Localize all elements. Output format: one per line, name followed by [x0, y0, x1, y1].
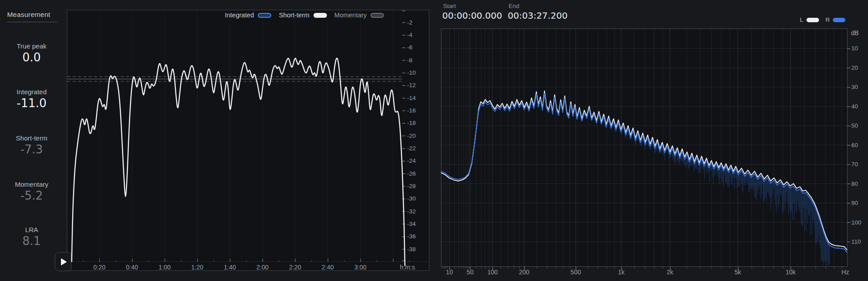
svg-text:100: 100	[852, 219, 862, 226]
svg-text:0:40: 0:40	[126, 264, 138, 271]
svg-text:-28: -28	[407, 183, 416, 189]
stat-value: 8.1	[0, 234, 63, 248]
svg-text:60: 60	[852, 142, 858, 149]
svg-text:-14: -14	[407, 95, 416, 101]
stat-value: -11.0	[0, 96, 63, 110]
svg-text:80: 80	[852, 181, 858, 187]
svg-text:3:00: 3:00	[355, 264, 367, 271]
stat-value: -7.3	[0, 143, 63, 156]
svg-text:-2: -2	[407, 19, 412, 26]
legend-label: Short-term	[279, 12, 310, 19]
svg-text:500: 500	[571, 269, 581, 276]
play-button[interactable]	[55, 252, 71, 271]
play-icon	[61, 258, 67, 265]
svg-text:-20: -20	[407, 132, 416, 139]
svg-text:1:40: 1:40	[224, 264, 236, 271]
legend-pill-icon	[371, 13, 384, 18]
stat-label: True peak	[0, 42, 63, 50]
stat-value: -5.2	[0, 189, 63, 202]
svg-text:90: 90	[852, 200, 858, 206]
loudness-chart[interactable]: -2-4-6-8-10-12-14-16-18-20-22-24-26-28-3…	[66, 9, 430, 272]
svg-text:2:00: 2:00	[257, 264, 269, 271]
legend-momentary[interactable]: Momentary	[334, 12, 384, 19]
svg-text:30: 30	[852, 84, 858, 90]
svg-text:-36: -36	[407, 233, 416, 240]
svg-text:70: 70	[852, 161, 858, 168]
svg-text:100: 100	[487, 269, 498, 276]
stat-label: Momentary	[0, 181, 63, 188]
svg-text:1:20: 1:20	[191, 264, 203, 271]
svg-text:-16: -16	[407, 107, 416, 114]
svg-text:-30: -30	[407, 195, 416, 202]
svg-text:-12: -12	[407, 82, 416, 88]
svg-text:Hz: Hz	[841, 269, 849, 276]
svg-text:10: 10	[852, 45, 858, 52]
stat-label: Integrated	[0, 88, 63, 96]
tab-measurement[interactable]: Measurement	[7, 11, 50, 19]
svg-text:2:20: 2:20	[289, 264, 301, 271]
svg-text:0:20: 0:20	[94, 264, 106, 271]
svg-text:1:00: 1:00	[159, 264, 171, 271]
svg-text:2:40: 2:40	[322, 264, 334, 271]
svg-text:-38: -38	[407, 246, 416, 253]
legend-pill-icon	[258, 13, 271, 18]
svg-text:h:m:s: h:m:s	[400, 264, 415, 271]
svg-text:dB: dB	[851, 29, 859, 36]
svg-text:-24: -24	[407, 157, 416, 164]
stat-lra: LRA8.1	[0, 226, 63, 248]
stat-label: Short-term	[0, 134, 63, 142]
svg-text:-32: -32	[407, 208, 416, 215]
loudness-legend: IntegratedShort-termMomentary	[225, 12, 384, 19]
svg-text:20: 20	[852, 64, 858, 71]
tab-active-underline	[7, 22, 57, 22]
legend-integrated[interactable]: Integrated	[225, 12, 271, 19]
legend-pill-icon	[314, 13, 327, 18]
svg-text:-8: -8	[407, 57, 412, 64]
legend-short-term[interactable]: Short-term	[279, 12, 327, 19]
svg-text:5k: 5k	[734, 269, 742, 276]
svg-text:40: 40	[852, 103, 858, 110]
svg-text:-18: -18	[407, 120, 416, 126]
stat-momentary: Momentary-5.2	[0, 181, 63, 202]
svg-text:10: 10	[446, 269, 453, 276]
svg-text:-34: -34	[407, 221, 416, 227]
svg-text:-26: -26	[407, 170, 416, 177]
stat-short-term: Short-term-7.3	[0, 134, 63, 156]
loudness-meter-window: Measurement True peak0.0Integrated-11.0S…	[0, 0, 868, 281]
svg-text:10k: 10k	[786, 269, 796, 276]
svg-text:110: 110	[852, 238, 861, 245]
spectrum-chart[interactable]: dB10203040506070809010011010501002005001…	[434, 0, 868, 281]
stat-true-peak: True peak0.0	[0, 42, 63, 64]
stat-label: LRA	[0, 226, 63, 233]
svg-text:-4: -4	[407, 32, 412, 38]
svg-text:50: 50	[852, 122, 858, 129]
svg-text:2k: 2k	[667, 269, 674, 276]
svg-text:50: 50	[467, 269, 474, 276]
stat-integrated: Integrated-11.0	[0, 88, 63, 110]
legend-label: Integrated	[225, 12, 254, 19]
stat-value: 0.0	[0, 51, 63, 64]
svg-text:-22: -22	[407, 145, 416, 152]
svg-text:200: 200	[519, 269, 530, 276]
legend-label: Momentary	[334, 12, 367, 19]
svg-text:-6: -6	[407, 44, 412, 51]
svg-text:-10: -10	[407, 69, 416, 76]
svg-text:1k: 1k	[618, 269, 625, 276]
